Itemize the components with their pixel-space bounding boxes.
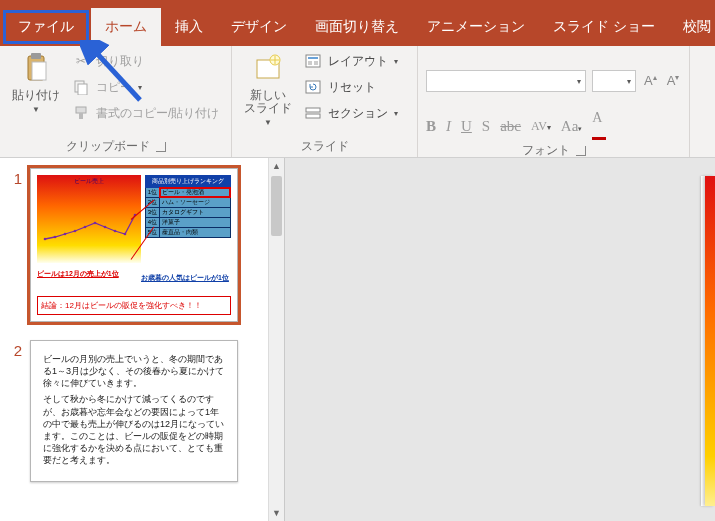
copy-button[interactable]: コピー ▾ [70,76,221,98]
slide-thumbnail-2[interactable]: ビールの月別の売上でいうと、冬の期間である1～3月は少なく、その後春から夏にかけ… [30,340,238,482]
bold-button[interactable]: B [426,118,436,135]
thumb-number: 2 [6,340,22,482]
scroll-down-icon[interactable]: ▼ [269,505,284,521]
svg-point-20 [74,230,77,233]
cut-button[interactable]: ✂ 切り取り [70,50,221,72]
shadow-button[interactable]: S [482,118,490,135]
chevron-down-icon: ▾ [627,77,631,86]
slide1-chart: ビール売上 [37,175,141,263]
tab-transitions[interactable]: 画面切り替え [301,8,413,46]
table-cell: ハム・ソーセージ [160,198,230,207]
svg-point-23 [104,226,107,229]
svg-point-21 [84,226,87,229]
workspace: 1 ビール売上 商品別売り上げランキング 1位ビール・発泡酒 2位ハム・ソーセー… [0,158,715,521]
svg-rect-11 [308,57,318,59]
tab-home[interactable]: ホーム [91,8,161,46]
tab-review[interactable]: 校閲 [669,8,715,46]
tab-slideshow[interactable]: スライド ショー [539,8,669,46]
scroll-up-icon[interactable]: ▲ [269,158,284,174]
chevron-down-icon: ▼ [264,118,272,127]
layout-button[interactable]: レイアウト ▾ [302,50,400,72]
chevron-down-icon: ▾ [577,77,581,86]
svg-point-19 [64,233,67,236]
slide-gradient [705,176,715,506]
slide2-para1: ビールの月別の売上でいうと、冬の期間である1～3月は少なく、その後春から夏にかけ… [43,353,225,389]
svg-rect-3 [32,62,46,80]
font-family-combo[interactable]: ▾ [426,70,586,92]
thumbnail-scrollbar[interactable]: ▲ ▼ [268,158,284,521]
new-slide-label: 新しい スライド [244,89,292,115]
slide-thumbnail-1[interactable]: ビール売上 商品別売り上げランキング 1位ビール・発泡酒 2位ハム・ソーセージ … [30,168,238,322]
underline-button[interactable]: U [461,118,472,135]
dialog-launcher-icon[interactable] [576,146,586,156]
group-clipboard-label: クリップボード [66,138,150,155]
svg-rect-12 [308,61,312,65]
svg-point-24 [114,230,117,233]
cut-label: 切り取り [96,53,144,70]
svg-point-17 [44,238,47,241]
table-cell: カタログギフト [160,208,230,217]
table-cell: 3位 [146,208,160,217]
thumb-number: 1 [6,168,22,322]
title-bar [0,0,715,8]
paste-button[interactable]: 貼り付け ▼ [8,50,64,116]
svg-rect-2 [31,53,41,59]
increase-font-button[interactable]: A▴ [642,73,659,88]
chevron-down-icon: ▾ [394,109,398,118]
ribbon-tabs: ファイル ホーム 挿入 デザイン 画面切り替え アニメーション スライド ショー… [0,8,715,46]
chevron-down-icon: ▾ [138,83,142,92]
format-painter-label: 書式のコピー/貼り付け [96,105,219,122]
font-size-combo[interactable]: ▾ [592,70,636,92]
italic-button[interactable]: I [446,118,451,135]
reset-icon [304,78,322,96]
tab-insert[interactable]: 挿入 [161,8,217,46]
table-cell: ビール・発泡酒 [160,188,230,197]
slide1-caption-left: ビールは12月の売上が1位 [37,269,119,279]
decrease-font-button[interactable]: A▾ [665,73,682,88]
strikethrough-button[interactable]: abc [500,118,521,135]
thumbnail-pane: 1 ビール売上 商品別売り上げランキング 1位ビール・発泡酒 2位ハム・ソーセー… [0,158,285,521]
format-painter-button[interactable]: 書式のコピー/貼り付け [70,102,221,124]
section-button[interactable]: セクション ▾ [302,102,400,124]
svg-point-18 [54,236,57,239]
svg-rect-15 [306,108,320,112]
new-slide-icon [251,52,285,86]
table-cell: 1位 [146,188,160,197]
group-font: ▾ ▾ A▴ A▾ B I U S abc AV▾ Aa▾ A フォント [418,46,690,157]
new-slide-button[interactable]: 新しい スライド ▼ [240,50,296,129]
slide1-caption-right: お歳暮の人気はビールが1位 [141,273,229,283]
change-case-button[interactable]: Aa▾ [561,118,583,135]
svg-rect-5 [78,84,87,95]
table-cell: 洋菓子 [160,218,230,227]
svg-point-22 [94,222,97,225]
copy-icon [72,78,90,96]
group-clipboard: 貼り付け ▼ ✂ 切り取り コピー ▾ 書式のコピー/貼り付け クリップ [0,46,232,157]
chevron-down-icon: ▼ [32,105,40,114]
tab-design[interactable]: デザイン [217,8,301,46]
svg-point-25 [124,233,127,236]
table-cell: 産直品・肉類 [160,228,230,237]
slide1-table: 商品別売り上げランキング 1位ビール・発泡酒 2位ハム・ソーセージ 3位カタログ… [145,175,231,238]
layout-icon [304,52,322,70]
char-spacing-button[interactable]: AV▾ [531,119,551,134]
tab-file[interactable]: ファイル [3,10,89,44]
slide-canvas[interactable] [285,158,715,521]
section-label: セクション [328,105,388,122]
reset-label: リセット [328,79,376,96]
paste-icon [19,52,53,86]
section-icon [304,104,322,122]
ribbon: 貼り付け ▼ ✂ 切り取り コピー ▾ 書式のコピー/貼り付け クリップ [0,46,715,158]
svg-rect-6 [76,107,86,113]
chevron-down-icon: ▾ [394,57,398,66]
paste-label: 貼り付け [12,89,60,102]
group-slides: 新しい スライド ▼ レイアウト ▾ リセット セクション ▾ [232,46,418,157]
scissors-icon: ✂ [72,52,90,70]
reset-button[interactable]: リセット [302,76,400,98]
group-font-label: フォント [522,142,570,159]
tab-animations[interactable]: アニメーション [413,8,539,46]
layout-label: レイアウト [328,53,388,70]
scrollbar-thumb[interactable] [271,176,282,236]
font-color-button[interactable]: A [592,110,606,142]
copy-label: コピー [96,79,132,96]
dialog-launcher-icon[interactable] [156,142,166,152]
